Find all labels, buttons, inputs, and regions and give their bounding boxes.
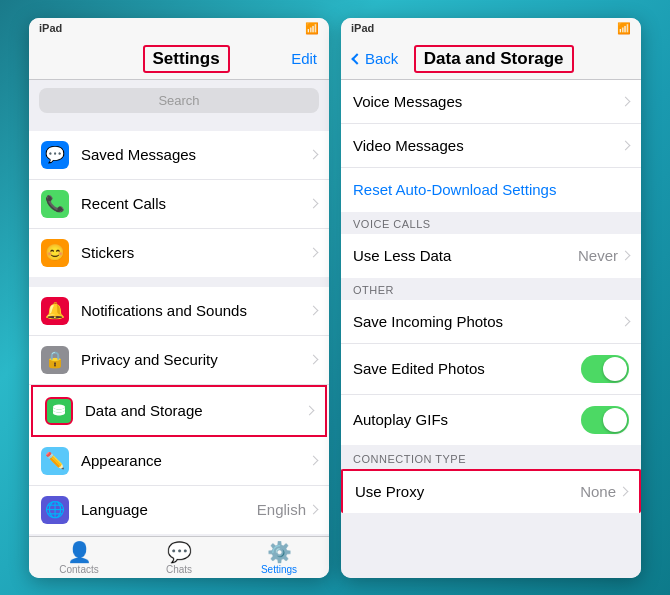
other-header: OTHER (341, 278, 641, 300)
privacy-icon: 🔒 (41, 346, 69, 374)
reset-download-item[interactable]: Reset Auto-Download Settings (341, 168, 641, 212)
settings-title: Settings (143, 45, 230, 73)
chevron-right-icon (309, 355, 319, 365)
data-storage-title: Data and Storage (414, 45, 574, 73)
chevron-right-icon (309, 505, 319, 515)
data-storage-icon (45, 397, 73, 425)
chats-label: Chats (166, 564, 192, 575)
autoplay-gifs-toggle[interactable] (581, 406, 629, 434)
right-panel: iPad 📶 Back Data and Storage Voice Messa… (341, 18, 641, 578)
use-less-data-value: Never (578, 247, 618, 264)
appearance-label: Appearance (81, 452, 310, 469)
settings-content: Voice Messages Video Messages Reset Auto… (341, 80, 641, 578)
contacts-tab[interactable]: 👤 Contacts (29, 537, 129, 578)
use-less-data-item[interactable]: Use Less Data Never (341, 234, 641, 278)
autoplay-gifs-item[interactable]: Autoplay GIFs (341, 395, 641, 445)
search-placeholder: Search (158, 93, 199, 108)
second-list-section: 🔔 Notifications and Sounds 🔒 Privacy and… (29, 287, 329, 534)
search-box[interactable]: Search (39, 88, 319, 113)
voice-calls-header: VOICE CALLS (341, 212, 641, 234)
chevron-right-icon (309, 456, 319, 466)
save-edited-photos-label: Save Edited Photos (353, 360, 581, 377)
saved-messages-label: Saved Messages (81, 146, 310, 163)
connection-type-header: CONNECTION TYPE (341, 447, 641, 469)
language-icon: 🌐 (41, 496, 69, 524)
back-label[interactable]: Back (365, 50, 398, 67)
save-edited-photos-item[interactable]: Save Edited Photos (341, 344, 641, 395)
wifi-icon-right: 📶 (617, 22, 631, 35)
chevron-right-icon (621, 316, 631, 326)
chevron-right-icon (309, 306, 319, 316)
chats-icon: 💬 (167, 542, 192, 562)
status-bar-right: iPad 📶 (341, 18, 641, 39)
save-edited-photos-toggle[interactable] (581, 355, 629, 383)
chevron-left-icon (351, 53, 362, 64)
voice-messages-label: Voice Messages (353, 93, 622, 110)
chevron-right-icon (621, 251, 631, 261)
left-panel: iPad 📶 Settings Edit Search 💬 Saved Mess… (29, 18, 329, 578)
notifications-icon: 🔔 (41, 297, 69, 325)
use-proxy-value: None (580, 483, 616, 500)
data-storage-label: Data and Storage (85, 402, 306, 419)
saved-messages-icon: 💬 (41, 141, 69, 169)
voice-messages-item[interactable]: Voice Messages (341, 80, 641, 124)
privacy-label: Privacy and Security (81, 351, 310, 368)
language-label: Language (81, 501, 257, 518)
chevron-right-icon (619, 487, 629, 497)
first-list-section: 💬 Saved Messages 📞 Recent Calls 😊 Sticke… (29, 131, 329, 277)
reset-download-label: Reset Auto-Download Settings (353, 181, 629, 198)
list-item[interactable]: 🌐 Language English (29, 486, 329, 534)
back-button[interactable]: Back (353, 50, 398, 67)
edit-button[interactable]: Edit (291, 50, 317, 67)
chevron-right-icon (621, 140, 631, 150)
settings-label: Settings (261, 564, 297, 575)
voice-calls-section: Use Less Data Never (341, 234, 641, 278)
top-section: Voice Messages Video Messages Reset Auto… (341, 80, 641, 212)
tab-bar: 👤 Contacts 💬 Chats ⚙️ Settings (29, 536, 329, 578)
chevron-right-icon (309, 150, 319, 160)
list-item[interactable]: 💬 Saved Messages (29, 131, 329, 180)
nav-bar-right: Back Data and Storage (341, 39, 641, 80)
notifications-label: Notifications and Sounds (81, 302, 310, 319)
use-less-data-label: Use Less Data (353, 247, 578, 264)
use-proxy-item[interactable]: Use Proxy None (341, 469, 641, 513)
use-proxy-label: Use Proxy (355, 483, 580, 500)
svg-point-0 (53, 404, 65, 409)
chevron-right-icon (305, 406, 315, 416)
save-incoming-photos-label: Save Incoming Photos (353, 313, 622, 330)
contacts-icon: 👤 (67, 542, 92, 562)
stickers-label: Stickers (81, 244, 310, 261)
list-item[interactable]: 😊 Stickers (29, 229, 329, 277)
connection-type-section: Use Proxy None (341, 469, 641, 513)
video-messages-label: Video Messages (353, 137, 622, 154)
search-area: Search (29, 80, 329, 121)
list-item[interactable]: 📞 Recent Calls (29, 180, 329, 229)
chevron-right-icon (309, 199, 319, 209)
settings-icon: ⚙️ (267, 542, 292, 562)
recent-calls-icon: 📞 (41, 190, 69, 218)
settings-tab[interactable]: ⚙️ Settings (229, 537, 329, 578)
other-section: Save Incoming Photos Save Edited Photos … (341, 300, 641, 445)
autoplay-gifs-label: Autoplay GIFs (353, 411, 581, 428)
device-name-left: iPad (39, 22, 62, 34)
chevron-right-icon (621, 96, 631, 106)
save-incoming-photos-item[interactable]: Save Incoming Photos (341, 300, 641, 344)
device-name-right: iPad (351, 22, 374, 34)
list-item[interactable]: ✏️ Appearance (29, 437, 329, 486)
nav-bar-left: Settings Edit (29, 39, 329, 80)
chevron-right-icon (309, 248, 319, 258)
video-messages-item[interactable]: Video Messages (341, 124, 641, 168)
recent-calls-label: Recent Calls (81, 195, 310, 212)
status-bar-left: iPad 📶 (29, 18, 329, 39)
stickers-icon: 😊 (41, 239, 69, 267)
contacts-label: Contacts (59, 564, 98, 575)
appearance-icon: ✏️ (41, 447, 69, 475)
list-item[interactable]: 🔒 Privacy and Security (29, 336, 329, 385)
language-value: English (257, 501, 306, 518)
wifi-icon-left: 📶 (305, 22, 319, 35)
list-item[interactable]: 🔔 Notifications and Sounds (29, 287, 329, 336)
chats-tab[interactable]: 💬 Chats (129, 537, 229, 578)
data-storage-item[interactable]: Data and Storage (31, 385, 327, 437)
